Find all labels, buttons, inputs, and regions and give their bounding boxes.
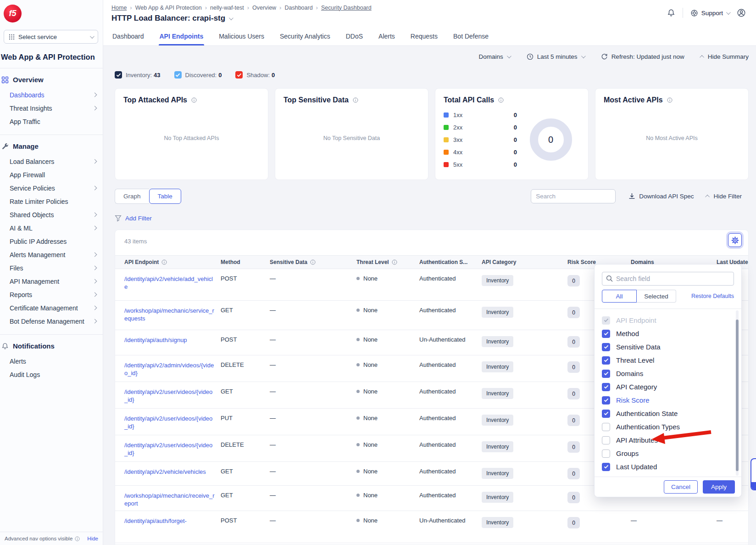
panel-field-api-endpoint[interactable]: API Endpoint: [602, 314, 734, 327]
sidebar-item-bot-defense-management[interactable]: Bot Defense Management: [0, 315, 103, 328]
cancel-button[interactable]: Cancel: [664, 480, 698, 494]
domains-dropdown[interactable]: Domains: [479, 53, 510, 60]
endpoint-link[interactable]: /identity/api/v2/user/videos/{video_id}: [124, 415, 221, 430]
sidebar-item-load-balancers[interactable]: Load Balancers: [0, 155, 103, 168]
panel-field-risk-score[interactable]: Risk Score: [602, 393, 734, 407]
checkbox-checked-icon[interactable]: [602, 383, 610, 391]
sidebar-item-app-firewall[interactable]: App Firewall: [0, 168, 103, 181]
tab-dashboard[interactable]: Dashboard: [112, 26, 144, 45]
f5-logo[interactable]: f5: [4, 5, 22, 22]
tab-api-endpoints[interactable]: API Endpoints: [160, 26, 204, 45]
checkbox-checked-icon[interactable]: [602, 343, 610, 351]
checkbox-checked-icon[interactable]: [602, 410, 610, 418]
column-header-api-category[interactable]: API Category: [482, 259, 567, 265]
panel-field-api-attributes[interactable]: API Attributes: [602, 433, 734, 447]
sidebar-item-api-management[interactable]: API Management: [0, 275, 103, 288]
sidebar-item-app-traffic[interactable]: App Traffic: [0, 115, 103, 128]
add-filter-button[interactable]: Add Filter: [125, 215, 152, 222]
checkbox-checked-icon[interactable]: [602, 463, 610, 471]
apply-button[interactable]: Apply: [703, 480, 735, 494]
panel-search-input[interactable]: [602, 272, 734, 286]
checkbox-unchecked-icon[interactable]: [602, 449, 610, 458]
counter-inventory[interactable]: Inventory:43: [115, 71, 161, 79]
counter-discovered[interactable]: Discovered:0: [174, 71, 222, 79]
endpoint-link[interactable]: /identity/api/auth/forget-: [124, 517, 221, 525]
sidebar-item-service-policies[interactable]: Service Policies: [0, 181, 103, 195]
checkbox-unchecked-icon[interactable]: [602, 436, 610, 444]
column-settings-gear-button[interactable]: [728, 233, 742, 247]
sidebar-item-reports[interactable]: Reports: [0, 288, 103, 301]
tab-bot-defense[interactable]: Bot Defense: [453, 26, 489, 45]
download-api-spec-button[interactable]: Download API Spec: [628, 193, 694, 200]
panel-field-groups[interactable]: Groups: [602, 447, 734, 460]
endpoint-link[interactable]: /identity/api/v2/admin/videos/{video_id}: [124, 361, 221, 377]
counter-shadow[interactable]: Shadow:0: [235, 71, 275, 79]
tab-alerts[interactable]: Alerts: [378, 26, 395, 45]
column-header-authentication-s-[interactable]: Authentication S...: [419, 259, 482, 265]
panel-field-authentication-types[interactable]: Authentication Types: [602, 420, 734, 433]
select-service-dropdown[interactable]: Select service: [4, 30, 98, 44]
sidebar-item-dashboards[interactable]: Dashboards: [0, 88, 103, 101]
endpoint-link[interactable]: /identity/api/v2/user/videos/{video_id}: [124, 388, 221, 404]
search-input[interactable]: [531, 189, 616, 203]
filter-all-tab[interactable]: All: [602, 290, 637, 303]
panel-scrollbar-thumb[interactable]: [736, 320, 739, 471]
panel-field-domains[interactable]: Domains: [602, 367, 734, 380]
sidebar-item-threat-insights[interactable]: Threat Insights: [0, 101, 103, 115]
account-avatar-icon[interactable]: [737, 8, 746, 17]
panel-field-sensitive-data[interactable]: Sensitive Data: [602, 340, 734, 354]
endpoint-link[interactable]: /identity/api/auth/signup: [124, 336, 221, 344]
sidebar-item-certificate-management[interactable]: Certificate Management: [0, 301, 103, 315]
sidebar-item-rate-limiter-policies[interactable]: Rate Limiter Policies: [0, 195, 103, 208]
refresh-button[interactable]: Refresh: Updated just now: [601, 53, 684, 60]
panel-field-api-category[interactable]: API Category: [602, 380, 734, 393]
sidebar-item-public-ip-addresses[interactable]: Public IP Addresses: [0, 235, 103, 248]
panel-field-last-updated[interactable]: Last Updated: [602, 460, 734, 473]
checkbox-checked-icon[interactable]: [602, 330, 610, 338]
checkbox-checked-icon[interactable]: [602, 396, 610, 405]
endpoint-link[interactable]: /workshop/api/mechanic/receive_report: [124, 492, 221, 507]
tab-malicious-users[interactable]: Malicious Users: [219, 26, 264, 45]
column-header-method[interactable]: Method: [221, 259, 270, 265]
sidebar-item-alerts-management[interactable]: Alerts Management: [0, 248, 103, 261]
hide-advanced-nav-link[interactable]: Hide: [87, 536, 98, 541]
notifications-bell-icon[interactable]: [667, 9, 675, 17]
support-menu[interactable]: Support: [690, 9, 729, 17]
chevron-down-icon[interactable]: [229, 16, 233, 20]
column-header-threat-level[interactable]: Threat Level: [356, 259, 419, 265]
restore-defaults-link[interactable]: Restore Defaults: [691, 293, 734, 299]
column-header-api-endpoint[interactable]: API Endpoint: [124, 259, 221, 265]
sidebar-item-files[interactable]: Files: [0, 261, 103, 275]
endpoint-link[interactable]: /identity/api/v2/vehicle/add_vehicle: [124, 275, 221, 291]
tab-ddos[interactable]: DDoS: [346, 26, 363, 45]
checkbox-checked-icon[interactable]: [602, 356, 610, 365]
time-range-dropdown[interactable]: Last 5 minutes: [527, 53, 584, 60]
panel-field-method[interactable]: Method: [602, 327, 734, 340]
hide-filter-toggle[interactable]: Hide Filter: [706, 193, 742, 200]
column-header-sensitive-data[interactable]: Sensitive Data: [270, 259, 356, 265]
sidebar-item-alerts[interactable]: Alerts: [0, 354, 103, 368]
panel-field-authentication-state[interactable]: Authentication State: [602, 407, 734, 420]
endpoint-link[interactable]: /identity/api/v2/user/videos/{video_id}: [124, 441, 221, 457]
sidebar-item-ai-ml[interactable]: AI & ML: [0, 221, 103, 235]
checkbox-unchecked-icon[interactable]: [602, 423, 610, 431]
tab-requests[interactable]: Requests: [411, 26, 438, 45]
hide-summary-toggle[interactable]: Hide Summary: [701, 53, 749, 60]
endpoint-link[interactable]: /workshop/api/mechanic/service_requests: [124, 307, 221, 322]
breadcrumb-item[interactable]: Dashboard: [284, 5, 312, 11]
breadcrumb-item[interactable]: Home: [111, 5, 127, 11]
breadcrumb-item[interactable]: Web App & API Protection: [135, 5, 202, 11]
sidebar-item-audit-logs[interactable]: Audit Logs: [0, 368, 103, 381]
filter-selected-tab[interactable]: Selected: [637, 290, 676, 303]
view-toggle-table[interactable]: Table: [149, 189, 181, 204]
checkbox-checked-icon[interactable]: [602, 370, 610, 378]
breadcrumb-item[interactable]: Security Dashboard: [321, 5, 372, 11]
tab-security-analytics[interactable]: Security Analytics: [280, 26, 330, 45]
breadcrumb-item[interactable]: Overview: [252, 5, 276, 11]
view-toggle-graph[interactable]: Graph: [115, 189, 149, 204]
panel-field-threat-level[interactable]: Threat Level: [602, 354, 734, 367]
edge-floating-widget[interactable]: [750, 458, 756, 490]
endpoint-link[interactable]: /identity/api/v2/vehicle/vehicles: [124, 468, 221, 476]
sidebar-item-shared-objects[interactable]: Shared Objects: [0, 208, 103, 221]
breadcrumb-item[interactable]: nelly-waf-test: [210, 5, 244, 11]
